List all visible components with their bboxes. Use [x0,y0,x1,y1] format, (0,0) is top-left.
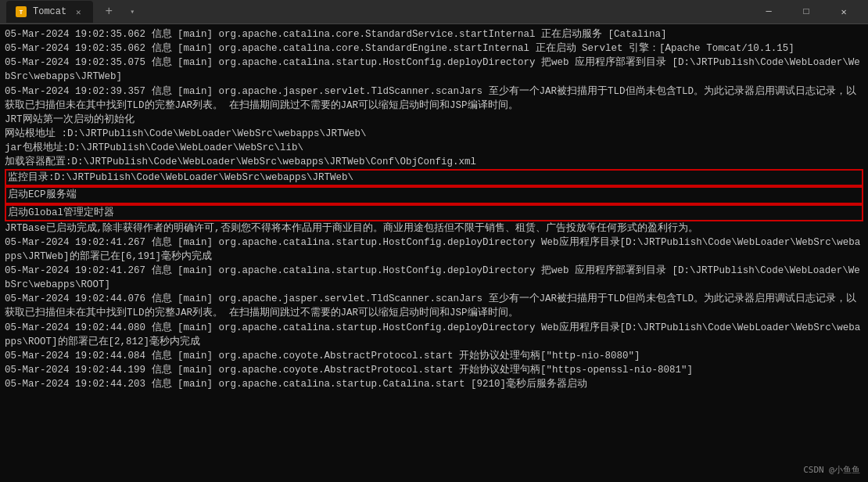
log-line: 05-Mar-2024 19:02:44.080 信息 [main] org.a… [5,321,863,349]
log-line: 05-Mar-2024 19:02:35.062 信息 [main] org.a… [5,27,863,41]
log-line: 启动Global管理定时器 [5,204,863,221]
close-button[interactable]: ✕ [826,0,862,24]
log-line: 加载容器配置:D:\JRTPublish\Code\WebLoader\WebS… [5,155,863,169]
log-line: jar包根地址:D:\JRTPublish\Code\WebLoader\Web… [5,141,863,155]
log-line: 启动ECP服务端 [5,186,863,203]
log-line: 网站根地址 :D:\JRTPublish\Code\WebLoader\WebS… [5,127,863,141]
log-line: 05-Mar-2024 19:02:41.267 信息 [main] org.a… [5,264,863,292]
log-line: 05-Mar-2024 19:02:35.075 信息 [main] org.a… [5,56,863,84]
log-line: 05-Mar-2024 19:02:44.203 信息 [main] org.a… [5,377,863,391]
window-controls: ─ □ ✕ [751,0,862,24]
minimize-button[interactable]: ─ [751,0,787,24]
log-line: 监控目录:D:\JRTPublish\Code\WebLoader\WebSrc… [5,169,863,186]
log-line: 05-Mar-2024 19:02:41.267 信息 [main] org.a… [5,236,863,264]
log-line: JRTBase已启动完成,除非获得作者的明确许可,否则您不得将本作品用于商业目的… [5,221,863,236]
tab-list: T Tomcat ✕ + ▾ [6,1,751,23]
title-bar: T Tomcat ✕ + ▾ ─ □ ✕ [0,0,868,24]
maximize-button[interactable]: □ [788,0,824,24]
log-line: JRT网站第一次启动的初始化 [5,113,863,127]
tab-icon: T [16,6,27,17]
log-line: 05-Mar-2024 19:02:44.076 信息 [main] org.a… [5,292,863,320]
terminal-output: 05-Mar-2024 19:02:35.062 信息 [main] org.a… [0,24,868,482]
tomcat-tab[interactable]: T Tomcat ✕ [6,1,93,23]
tab-title: Tomcat [33,6,66,17]
tab-close-button[interactable]: ✕ [73,6,84,17]
log-line: 05-Mar-2024 19:02:39.357 信息 [main] org.a… [5,85,863,113]
log-line: 05-Mar-2024 19:02:44.084 信息 [main] org.a… [5,349,863,363]
tab-dropdown-button[interactable]: ▾ [124,4,140,20]
log-line: 05-Mar-2024 19:02:35.062 信息 [main] org.a… [5,41,863,56]
watermark: CSDN @小鱼鱼 [803,464,860,476]
new-tab-button[interactable]: + [99,2,118,21]
log-line: 05-Mar-2024 19:02:44.199 信息 [main] org.a… [5,363,863,377]
